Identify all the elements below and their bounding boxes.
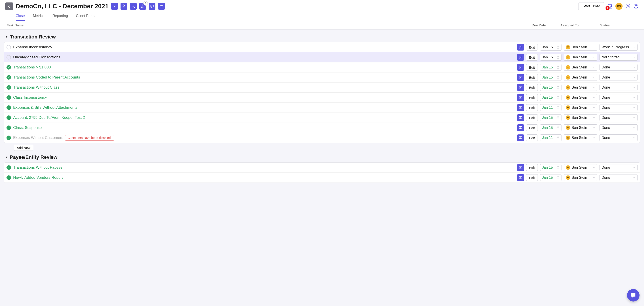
add-new-button[interactable]: Add New xyxy=(14,145,33,151)
due-date-picker[interactable]: Jan 11 xyxy=(540,104,562,111)
edit-button[interactable]: Edit xyxy=(526,84,538,91)
search-icon[interactable] xyxy=(130,3,137,10)
document-icon[interactable] xyxy=(120,3,127,10)
start-timer-button[interactable]: Start Timer xyxy=(578,2,604,10)
task-checkbox[interactable] xyxy=(6,75,11,80)
assignee-select[interactable]: BSBen Stein xyxy=(564,104,597,111)
section-toggle[interactable]: ▼Transaction Review xyxy=(5,34,640,40)
task-row[interactable]: Class: SuspenseEditJan 15BSBen SteinDone xyxy=(4,123,640,133)
task-checkbox[interactable] xyxy=(6,45,11,50)
assignee-select[interactable]: BSBen Stein xyxy=(564,134,597,141)
tab-reporting[interactable]: Reporting xyxy=(52,12,68,21)
task-row[interactable]: Expenses Without CustomersCustomers have… xyxy=(4,133,640,143)
task-chat-button[interactable] xyxy=(517,134,524,141)
users-icon[interactable] xyxy=(158,3,165,10)
task-checkbox[interactable] xyxy=(6,95,11,100)
task-chat-button[interactable] xyxy=(517,114,524,121)
help-icon[interactable] xyxy=(633,4,639,9)
task-row[interactable]: Account: 2799 Due To/From Keeper Test 2E… xyxy=(4,113,640,123)
task-chat-button[interactable] xyxy=(517,84,524,91)
status-select[interactable]: Done xyxy=(600,64,638,71)
task-row[interactable]: Transactions Without PayeesEditJan 15BSB… xyxy=(4,162,640,173)
settings-icon[interactable] xyxy=(139,3,146,10)
assignee-select[interactable]: BSBen Stein xyxy=(564,124,597,131)
status-select[interactable]: Done xyxy=(600,104,638,111)
tab-client-portal[interactable]: Client Portal xyxy=(76,12,96,21)
status-select[interactable]: Done xyxy=(600,74,638,81)
edit-button[interactable]: Edit xyxy=(526,174,538,181)
edit-button[interactable]: Edit xyxy=(526,44,538,50)
assignee-select[interactable]: BSBen Stein xyxy=(564,174,597,181)
chat-icon[interactable] xyxy=(149,3,156,10)
edit-button[interactable]: Edit xyxy=(526,124,538,131)
task-checkbox[interactable] xyxy=(6,116,11,120)
status-select[interactable]: Work in Progress xyxy=(600,44,638,50)
user-avatar[interactable]: BS xyxy=(616,3,622,10)
task-checkbox[interactable] xyxy=(6,175,11,180)
task-chat-button[interactable] xyxy=(517,74,524,81)
task-chat-button[interactable] xyxy=(517,94,524,101)
task-chat-button[interactable] xyxy=(517,104,524,111)
back-button[interactable] xyxy=(5,2,13,10)
assignee-select[interactable]: BSBen Stein xyxy=(564,54,597,60)
task-chat-button[interactable] xyxy=(517,64,524,71)
dropdown-button[interactable] xyxy=(111,3,118,10)
edit-button[interactable]: Edit xyxy=(526,114,538,121)
task-row[interactable]: Transactions Coded to Parent AccountsEdi… xyxy=(4,72,640,82)
status-select[interactable]: Done xyxy=(600,134,638,141)
section-toggle[interactable]: ▼Payee/Entity Review xyxy=(5,154,640,160)
status-select[interactable]: Not Started xyxy=(600,54,638,60)
task-row[interactable]: Class InconsistencyEditJan 15BSBen Stein… xyxy=(4,92,640,103)
task-checkbox[interactable] xyxy=(6,55,11,60)
assignee-select[interactable]: BSBen Stein xyxy=(564,44,597,50)
edit-button[interactable]: Edit xyxy=(526,134,538,141)
due-date-picker[interactable]: Jan 15 xyxy=(540,44,562,50)
task-checkbox[interactable] xyxy=(6,136,11,140)
assignee-select[interactable]: BSBen Stein xyxy=(564,164,597,171)
tab-close[interactable]: Close xyxy=(16,12,25,21)
task-chat-button[interactable] xyxy=(517,54,524,60)
due-date-picker[interactable]: Jan 15 xyxy=(540,124,562,131)
tab-metrics[interactable]: Metrics xyxy=(33,12,44,21)
task-checkbox[interactable] xyxy=(6,105,11,110)
task-row[interactable]: Expense InconsistencyEditJan 15BSBen Ste… xyxy=(4,42,640,52)
task-row[interactable]: Uncategorized TransactionsEditJan 15BSBe… xyxy=(4,52,640,62)
status-select[interactable]: Done xyxy=(600,164,638,171)
task-chat-button[interactable] xyxy=(517,174,524,181)
status-select[interactable]: Done xyxy=(600,114,638,121)
assignee-select[interactable]: BSBen Stein xyxy=(564,94,597,101)
assignee-select[interactable]: BSBen Stein xyxy=(564,84,597,91)
task-chat-button[interactable] xyxy=(517,124,524,131)
edit-button[interactable]: Edit xyxy=(526,54,538,60)
edit-button[interactable]: Edit xyxy=(526,94,538,101)
inbox-button[interactable]: 1 xyxy=(607,3,613,9)
task-row[interactable]: Transactions Without ClassEditJan 15BSBe… xyxy=(4,82,640,92)
due-date-picker[interactable]: Jan 15 xyxy=(540,54,562,60)
status-select[interactable]: Done xyxy=(600,174,638,181)
task-checkbox[interactable] xyxy=(6,85,11,90)
task-checkbox[interactable] xyxy=(6,126,11,130)
assignee-select[interactable]: BSBen Stein xyxy=(564,114,597,121)
status-select[interactable]: Done xyxy=(600,84,638,91)
due-date-picker[interactable]: Jan 11 xyxy=(540,134,562,141)
task-chat-button[interactable] xyxy=(517,164,524,171)
edit-button[interactable]: Edit xyxy=(526,64,538,71)
task-chat-button[interactable] xyxy=(517,44,524,50)
edit-button[interactable]: Edit xyxy=(526,74,538,81)
due-date-picker[interactable]: Jan 15 xyxy=(540,174,562,181)
due-date-picker[interactable]: Jan 15 xyxy=(540,74,562,81)
assignee-select[interactable]: BSBen Stein xyxy=(564,64,597,71)
due-date-picker[interactable]: Jan 15 xyxy=(540,94,562,101)
task-row[interactable]: Transactions > $1,000EditJan 15BSBen Ste… xyxy=(4,62,640,72)
due-date-picker[interactable]: Jan 15 xyxy=(540,114,562,121)
task-checkbox[interactable] xyxy=(6,65,11,70)
edit-button[interactable]: Edit xyxy=(526,104,538,111)
task-row[interactable]: Expenses & Bills Without AttachmentsEdit… xyxy=(4,103,640,113)
due-date-picker[interactable]: Jan 15 xyxy=(540,84,562,91)
status-select[interactable]: Done xyxy=(600,94,638,101)
task-checkbox[interactable] xyxy=(6,165,11,170)
task-row[interactable]: Newly Added Vendors ReportEditJan 15BSBe… xyxy=(4,173,640,182)
edit-button[interactable]: Edit xyxy=(526,164,538,171)
due-date-picker[interactable]: Jan 15 xyxy=(540,164,562,171)
gear-icon[interactable] xyxy=(625,4,630,9)
